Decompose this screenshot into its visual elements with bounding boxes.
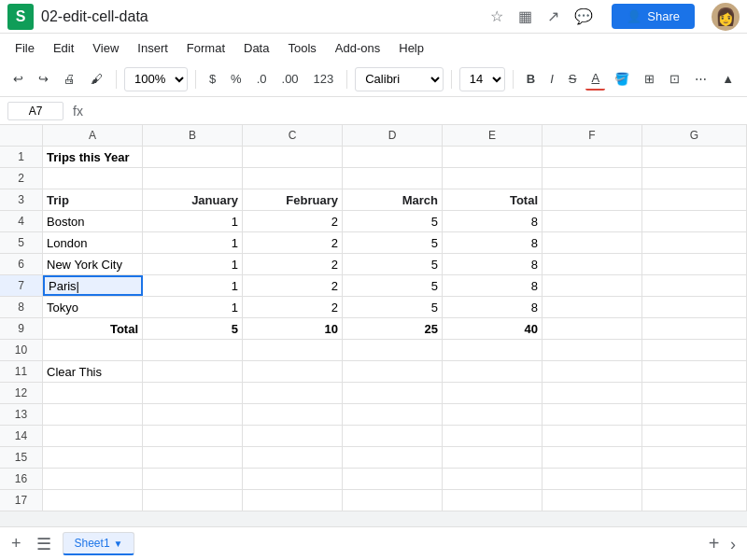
cell-c4[interactable]: 2 xyxy=(243,211,343,231)
cell-f13[interactable] xyxy=(543,404,642,425)
cell-g11[interactable] xyxy=(642,361,747,382)
cell-e3[interactable]: Total xyxy=(443,189,543,210)
cell-d14[interactable] xyxy=(343,426,443,446)
cell-g6[interactable] xyxy=(642,254,747,274)
cell-b4[interactable]: 1 xyxy=(143,211,243,231)
cell-b17[interactable] xyxy=(143,490,243,511)
cell-c15[interactable] xyxy=(243,447,343,468)
col-header-e[interactable]: E xyxy=(443,125,543,146)
cell-c1[interactable] xyxy=(243,147,343,167)
cell-c13[interactable] xyxy=(243,404,343,425)
cell-d9[interactable]: 25 xyxy=(343,318,443,339)
cell-d10[interactable] xyxy=(343,340,443,360)
cell-a14[interactable] xyxy=(43,426,143,446)
cell-b6[interactable]: 1 xyxy=(143,254,243,274)
cell-d1[interactable] xyxy=(343,147,443,167)
share-button[interactable]: 👤 Share xyxy=(612,4,695,29)
all-sheets-button[interactable]: ☰ xyxy=(33,532,55,556)
menu-help[interactable]: Help xyxy=(391,37,431,59)
cell-d13[interactable] xyxy=(343,404,443,425)
cell-e2[interactable] xyxy=(443,168,543,189)
cell-g10[interactable] xyxy=(642,340,747,360)
cell-d11[interactable] xyxy=(343,361,443,382)
cell-reference-input[interactable] xyxy=(7,102,63,120)
cell-c3[interactable]: February xyxy=(243,189,343,210)
col-header-f[interactable]: F xyxy=(543,125,642,146)
cell-c5[interactable]: 2 xyxy=(243,232,343,253)
cell-f10[interactable] xyxy=(543,340,642,360)
cell-e6[interactable]: 8 xyxy=(443,254,543,274)
cell-a12[interactable] xyxy=(43,383,143,403)
cell-d16[interactable] xyxy=(343,469,443,489)
cell-e9[interactable]: 40 xyxy=(443,318,543,339)
cell-b2[interactable] xyxy=(143,168,243,189)
cell-c17[interactable] xyxy=(243,490,343,511)
cell-f3[interactable] xyxy=(543,189,642,210)
cell-f15[interactable] xyxy=(543,447,642,468)
menu-edit[interactable]: Edit xyxy=(46,37,81,59)
decimal-more-button[interactable]: .00 xyxy=(276,68,304,90)
cell-g4[interactable] xyxy=(642,211,747,231)
cell-e5[interactable]: 8 xyxy=(443,232,543,253)
star-icon[interactable]: ☆ xyxy=(486,4,507,29)
cell-f9[interactable] xyxy=(543,318,642,339)
cell-f2[interactable] xyxy=(543,168,642,189)
cell-e4[interactable]: 8 xyxy=(443,211,543,231)
cell-g12[interactable] xyxy=(642,383,747,403)
add-sheet-button[interactable]: + xyxy=(7,532,25,555)
trend-icon[interactable]: ↗ xyxy=(543,4,563,29)
cell-e7[interactable]: 8 xyxy=(443,275,543,296)
col-header-d[interactable]: D xyxy=(343,125,443,146)
format-number-button[interactable]: 123 xyxy=(308,68,340,90)
cell-a9[interactable]: Total xyxy=(43,318,143,339)
scroll-right-button[interactable]: › xyxy=(726,533,740,555)
grid-scroll[interactable]: 1 Trips this Year 2 3 Trip January Febru… xyxy=(0,147,747,511)
cell-a1[interactable]: Trips this Year xyxy=(43,147,143,167)
merge-button[interactable]: ⊡ xyxy=(664,68,685,90)
cell-f12[interactable] xyxy=(543,383,642,403)
cell-a13[interactable] xyxy=(43,404,143,425)
cell-a5[interactable]: London xyxy=(43,232,143,253)
cell-b15[interactable] xyxy=(143,447,243,468)
cell-e13[interactable] xyxy=(443,404,543,425)
cell-b7[interactable]: 1 & 2 1 xyxy=(143,275,243,296)
cell-d8[interactable]: 5 xyxy=(343,297,443,317)
cell-f14[interactable] xyxy=(543,426,642,446)
cell-e14[interactable] xyxy=(443,426,543,446)
cell-d12[interactable] xyxy=(343,383,443,403)
cell-c8[interactable]: 2 xyxy=(243,297,343,317)
cell-a10[interactable] xyxy=(43,340,143,360)
col-header-a[interactable]: A xyxy=(43,125,143,146)
cell-c12[interactable] xyxy=(243,383,343,403)
cell-c7[interactable]: 2 xyxy=(243,275,343,296)
cell-d5[interactable]: 5 xyxy=(343,232,443,253)
bold-button[interactable]: B xyxy=(521,68,541,90)
cell-g2[interactable] xyxy=(642,168,747,189)
cell-c11[interactable] xyxy=(243,361,343,382)
cell-a3[interactable]: Trip xyxy=(43,189,143,210)
cell-f17[interactable] xyxy=(543,490,642,511)
col-header-b[interactable]: B xyxy=(143,125,243,146)
cell-a6[interactable]: New York City xyxy=(43,254,143,274)
cell-g5[interactable] xyxy=(642,232,747,253)
cell-c10[interactable] xyxy=(243,340,343,360)
cell-f7[interactable] xyxy=(543,275,642,296)
underline-button[interactable]: A xyxy=(585,67,605,91)
collapse-button[interactable]: ▲ xyxy=(716,68,740,90)
undo-button[interactable]: ↩ xyxy=(7,68,29,90)
cell-b13[interactable] xyxy=(143,404,243,425)
col-header-g[interactable]: G xyxy=(642,125,747,146)
menu-file[interactable]: File xyxy=(7,37,42,59)
cell-e10[interactable] xyxy=(443,340,543,360)
cell-g17[interactable] xyxy=(642,490,747,511)
decimal-less-button[interactable]: .0 xyxy=(251,68,273,90)
cell-d4[interactable]: 5 xyxy=(343,211,443,231)
cell-d15[interactable] xyxy=(343,447,443,468)
cell-b10[interactable] xyxy=(143,340,243,360)
cell-f8[interactable] xyxy=(543,297,642,317)
cell-g1[interactable] xyxy=(642,147,747,167)
strikethrough-button[interactable]: S xyxy=(563,68,583,90)
paint-format-button[interactable]: 🖌 xyxy=(85,68,108,90)
file-title[interactable]: 02-edit-cell-data xyxy=(41,8,486,25)
font-select[interactable]: Calibri xyxy=(355,67,444,91)
